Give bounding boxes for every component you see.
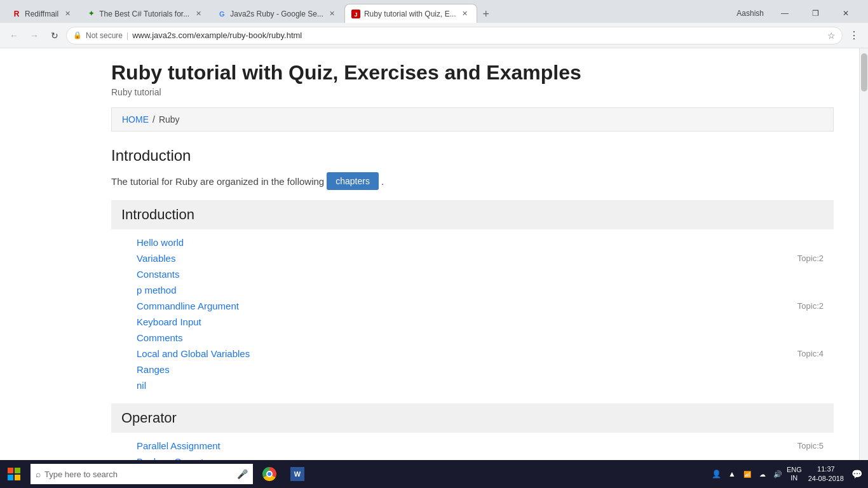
forward-button[interactable]: → <box>25 27 43 44</box>
close-tab-ruby[interactable]: ✕ <box>460 9 470 19</box>
topic-link-parallel[interactable]: Parallel Assignment <box>137 440 797 451</box>
scrollbar-thumb[interactable] <box>861 53 867 92</box>
java2s-favicon: J <box>351 10 360 18</box>
scrollbar-track[interactable] <box>859 48 868 460</box>
tab-rediffmail[interactable]: R Rediffmail ✕ <box>5 4 79 23</box>
intro-paragraph: The tutorial for Ruby are organized in t… <box>111 172 834 190</box>
close-tab-google[interactable]: ✕ <box>327 9 337 19</box>
wifi-icon[interactable]: 📶 <box>741 460 754 488</box>
logo-quad4 <box>15 475 20 480</box>
intro-heading: Introduction <box>111 147 834 165</box>
clock-date: 24-08-2018 <box>808 474 844 484</box>
maximize-button[interactable]: ❐ <box>801 4 830 23</box>
tab-bar: R Rediffmail ✕ ✦ The Best C# Tutorials f… <box>0 0 868 23</box>
section-introduction: Introduction Hello world Variables Topic… <box>111 200 834 398</box>
topic-list-operator: Parallel Assignment Topic:5 Boolean Oper… <box>111 433 834 460</box>
chrome-icon <box>262 467 276 481</box>
topic-link-ranges[interactable]: Ranges <box>137 364 834 375</box>
network-icon[interactable]: ▲ <box>726 460 738 488</box>
topic-link-keyboard-input[interactable]: Keyboard Input <box>137 316 834 327</box>
browser-window: R Rediffmail ✕ ✦ The Best C# Tutorials f… <box>0 0 868 488</box>
back-button[interactable]: ← <box>5 27 23 44</box>
topic-link-boolean[interactable]: Boolean Operators <box>137 456 834 460</box>
logo-quad3 <box>8 475 13 480</box>
windows-logo <box>8 468 20 480</box>
list-item: Constants <box>137 266 834 282</box>
volume-icon[interactable]: 🔊 <box>771 460 784 488</box>
chapters-button[interactable]: chapters <box>327 172 379 190</box>
cloud-icon[interactable]: ☁ <box>756 460 769 488</box>
close-tab-csharp[interactable]: ✕ <box>193 9 203 19</box>
topic-link-comments[interactable]: Comments <box>137 332 834 343</box>
search-placeholder-text: Type here to search <box>44 470 233 479</box>
breadcrumb-home-link[interactable]: HOME <box>122 114 149 125</box>
topic-badge-variables: Topic:2 <box>797 254 824 263</box>
svg-text:J: J <box>354 11 357 18</box>
google-favicon: G <box>217 10 226 18</box>
tab-csharp[interactable]: ✦ The Best C# Tutorials for... ✕ <box>79 4 210 23</box>
notification-icon[interactable]: 💬 <box>850 460 863 488</box>
topic-badge-parallel: Topic:5 <box>797 441 824 451</box>
topic-link-commandline[interactable]: Commandline Argument <box>137 301 797 311</box>
topic-link-p-method[interactable]: p method <box>137 285 834 295</box>
taskbar-search-bar[interactable]: ⌕ Type here to search 🎤 <box>31 464 253 484</box>
taskbar-word-app[interactable]: W <box>283 460 311 488</box>
close-tab-rediffmail[interactable]: ✕ <box>62 9 72 19</box>
topic-list-introduction: Hello world Variables Topic:2 Constants … <box>111 229 834 398</box>
url-text: www.java2s.com/example/ruby-book/ruby.ht… <box>132 30 824 40</box>
lang-region: IN <box>790 474 797 482</box>
topic-badge-commandline: Topic:2 <box>797 301 824 311</box>
topic-badge-local-global: Topic:4 <box>797 349 824 358</box>
list-item: Parallel Assignment Topic:5 <box>137 438 834 454</box>
topic-link-nil[interactable]: nil <box>137 380 834 391</box>
topic-link-variables[interactable]: Variables <box>137 253 797 264</box>
refresh-button[interactable]: ↻ <box>46 27 64 44</box>
taskbar-chrome-app[interactable] <box>255 460 283 488</box>
search-icon: ⌕ <box>36 469 41 479</box>
list-item: Commandline Argument Topic:2 <box>137 298 834 314</box>
tab-google-label: Java2s Ruby - Google Se... <box>230 10 323 18</box>
minimize-button[interactable]: — <box>770 4 799 23</box>
language-indicator[interactable]: ENG IN <box>787 466 802 482</box>
page-content: Ruby tutorial with Quiz, Exercises and E… <box>0 48 868 460</box>
breadcrumb: HOME / Ruby <box>111 107 834 132</box>
topic-link-local-global[interactable]: Local and Global Variables <box>137 348 797 359</box>
page-title: Ruby tutorial with Quiz, Exercises and E… <box>111 61 834 85</box>
address-bar[interactable]: 🔒 Not secure | www.java2s.com/example/ru… <box>66 27 843 44</box>
user-accounts-icon[interactable]: 👤 <box>710 460 723 488</box>
breadcrumb-current: Ruby <box>159 114 180 125</box>
list-item: Comments <box>137 330 834 346</box>
divider: | <box>126 31 128 40</box>
clock-time: 11:37 <box>817 464 835 474</box>
taskbar: ⌕ Type here to search 🎤 W 👤 ▲ 📶 ☁ 🔊 ENG … <box>0 460 868 488</box>
intro-text-after: . <box>381 176 384 187</box>
page-subtitle: Ruby tutorial <box>111 87 834 97</box>
topic-link-constants[interactable]: Constants <box>137 269 834 280</box>
close-window-button[interactable]: ✕ <box>831 4 860 23</box>
section-operator-header: Operator <box>111 403 834 433</box>
new-tab-button[interactable]: + <box>477 5 495 23</box>
bookmark-icon[interactable]: ☆ <box>827 30 836 41</box>
chrome-inner-circle <box>266 471 273 477</box>
list-item: Boolean Operators <box>137 454 834 460</box>
list-item: Ranges <box>137 362 834 377</box>
browser-menu-button[interactable]: ⋮ <box>845 27 863 44</box>
list-item: Variables Topic:2 <box>137 250 834 266</box>
intro-text-before: The tutorial for Ruby are organized in t… <box>111 176 324 187</box>
tab-google-search[interactable]: G Java2s Ruby - Google Se... ✕ <box>210 4 344 23</box>
rediff-favicon: R <box>12 10 21 18</box>
start-button[interactable] <box>0 460 28 488</box>
word-icon: W <box>290 467 304 481</box>
tab-ruby-tutorial[interactable]: J Ruby tutorial with Quiz, E... ✕ <box>344 4 477 23</box>
security-icon: 🔒 <box>73 31 82 39</box>
tab-rediffmail-label: Rediffmail <box>25 10 58 18</box>
microphone-icon[interactable]: 🎤 <box>237 469 248 479</box>
csharp-favicon: ✦ <box>86 10 95 18</box>
tab-csharp-label: The Best C# Tutorials for... <box>99 10 189 18</box>
window-user: Aashish <box>736 9 769 18</box>
page-scroll-area[interactable]: Ruby tutorial with Quiz, Exercises and E… <box>0 48 859 460</box>
breadcrumb-separator: / <box>153 114 155 125</box>
clock-widget[interactable]: 11:37 24-08-2018 <box>804 464 848 484</box>
topic-link-hello-world[interactable]: Hello world <box>137 237 834 248</box>
security-label: Not secure <box>86 31 123 40</box>
